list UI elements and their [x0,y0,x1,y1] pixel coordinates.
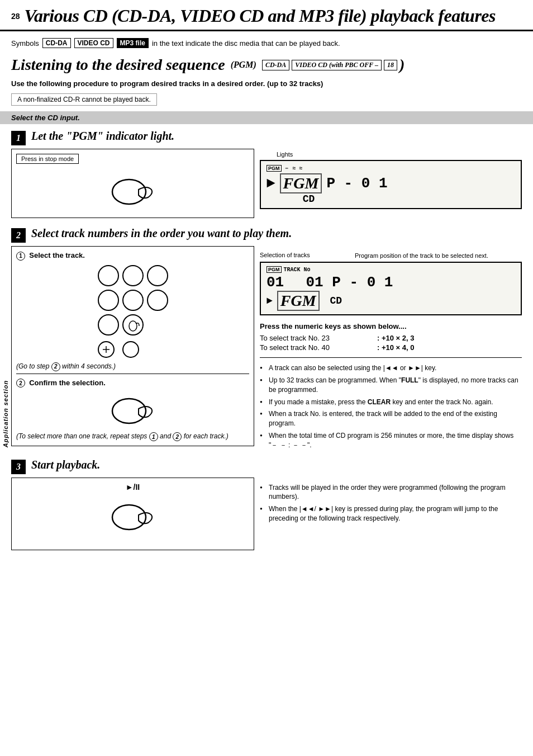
svg-point-5 [112,505,146,530]
step1-content: Press in stop mode Lights PGM － [0,149,533,221]
select-more-1: (To select more than one track, repeat s… [16,432,149,440]
bullet-1: A track can also be selected using the |… [260,363,522,373]
step1-box: Press in stop mode [11,149,254,218]
select-info-row: Selection of tracks Program position of … [260,252,522,259]
step3-row: 3 Start playback. [0,456,533,476]
heading-badges: CD-DA VIDEO CD (with PBC OFF – 18 ) [262,56,405,74]
display-arrow: ► [266,175,275,192]
badge-cdda: CD-DA [262,60,289,70]
step1-row: 1 Let the "PGM" indicator light. [0,127,533,148]
badge-videocd: VIDEO CD (with PBC OFF – [292,60,382,70]
step1-number: 1 [11,131,26,145]
step1-display: PGM － ≈ ≈ ► FGM P - 0 1 CD [260,160,522,209]
step2-display-num: 01 [266,274,301,291]
step2-pgm-indicator: PGM [266,266,282,273]
pgm-indicator: PGM [266,165,282,172]
svg-point-4 [112,399,146,423]
badge-18: 18 [384,60,397,70]
section-title: Listening to the desired sequence [11,56,225,74]
step3-right: Tracks will be played in the order they … [260,478,522,550]
sub1-label: 1 Select the track. [16,251,249,261]
keypad [16,265,249,358]
go-to-step: (Go to step 2 within 4 seconds.) [16,362,249,371]
badge-close: ) [399,56,404,74]
key-plus [98,341,115,358]
symbols-suffix: in the text indicate the disc media that… [152,39,340,48]
bullet-5: When the total time of CD program is 256… [260,431,522,450]
select-circle-2: 2 [173,432,182,441]
selection-label: Selection of tracks [260,252,310,259]
symbol-mp3: MP3 file [117,38,149,48]
step2-bullets: A track can also be selected using the |… [260,363,522,450]
step2-track-indicator: TRACK No [284,267,311,273]
sub1-text: Select the track. [29,251,85,259]
step2-title: Select track numbers in the order you wa… [31,227,292,240]
step2-pgm: FGM [277,291,320,311]
sub1-number: 1 [16,252,25,261]
step2-display-p01: 01 P - 0 1 [306,274,393,291]
step2-row: 2 Select track numbers in the order you … [0,225,533,245]
key-5 [122,290,144,311]
display-line1: P - 0 1 [326,175,387,192]
sub2-label: 2 Confirm the selection. [16,379,249,388]
numeric-title: Press the numeric keys as shown below...… [260,322,522,330]
step2-display-main: 01 01 P - 0 1 [266,274,515,291]
confirm-button-svg [108,393,158,427]
step2-right: Selection of tracks Program position of … [260,246,522,453]
track40-row: To select track No. 40 : +10 × 4, 0 [260,343,522,352]
page-number: 28 [11,12,20,21]
step3-box: ►/II [11,478,254,550]
play-button-svg [108,499,158,533]
track40-label: To select track No. 40 [260,343,372,352]
step2-left: 1 Select the track. [11,246,254,453]
pgm-large: FGM [280,173,322,193]
go-text2: within 4 seconds.) [62,362,116,370]
track-table: To select track No. 23 : +10 × 2, 3 To s… [260,334,522,352]
step3-bullets: Tracks will be played in the order they … [260,483,522,523]
step2-box: 1 Select the track. [11,246,254,446]
press-stop-button: Press in stop mode [16,154,79,164]
pgm-button-svg [108,174,158,207]
step2-number: 2 [11,228,26,243]
svg-point-1 [129,321,137,331]
step3-bullet-2: When the |◄◄/ ►►| key is pressed during … [260,504,522,523]
key-7 [98,314,119,336]
svg-point-0 [112,179,146,204]
step2-display-pgm: ► FGM CD [266,291,515,311]
go-circle: 2 [51,362,60,371]
plus-icon [101,344,111,355]
gray-bar: Select the CD input. [0,111,533,124]
select-more-3: for each track.) [184,432,229,440]
step3-content: ►/II Tracks will be played in the order … [0,478,533,550]
display-cd: CD [266,193,515,205]
select-circle-1: 1 [149,432,158,441]
select-more-2: and [160,432,173,440]
step3-title: Start playback. [31,459,100,471]
symbol-videocd: VIDEO CD [74,38,113,48]
note-box: A non-finalized CD-R cannot be played ba… [11,93,157,106]
step1-left: Press in stop mode [11,149,254,221]
page-title: Various CD (CD-DA, VIDEO CD and MP3 file… [25,6,496,26]
step3-bullet-1: Tracks will be played in the order they … [260,483,522,502]
step3-number: 3 [11,460,26,474]
step2-arrow: ► [266,295,273,306]
track23-row: To select track No. 23 : +10 × 2, 3 [260,334,522,342]
key-3 [147,265,168,286]
step2-content: 1 Select the track. [0,246,533,453]
step2-cd: CD [324,295,342,306]
bullet-4: When a track No. is entered, the track w… [260,409,522,428]
step1-button-graphic [16,168,249,213]
to-select-more: (To select more than one track, repeat s… [16,432,249,441]
display-lights-label: Lights [277,151,293,158]
confirm-btn-graphic [16,393,249,427]
key-8 [122,314,144,336]
program-pos: Program position of the track to be sele… [355,252,488,259]
step3-left: ►/II [11,478,254,550]
sub-heading: Use the following procedure to program d… [0,78,533,89]
key-4 [98,290,119,311]
step2-display: PGM TRACK No 01 01 P - 0 1 ► FGM CD [260,262,522,315]
step3-button-graphic [108,494,158,538]
sidebar: Application section [0,336,11,492]
go-text1: (Go to step [16,362,51,370]
sub2-text: Confirm the selection. [29,379,106,387]
